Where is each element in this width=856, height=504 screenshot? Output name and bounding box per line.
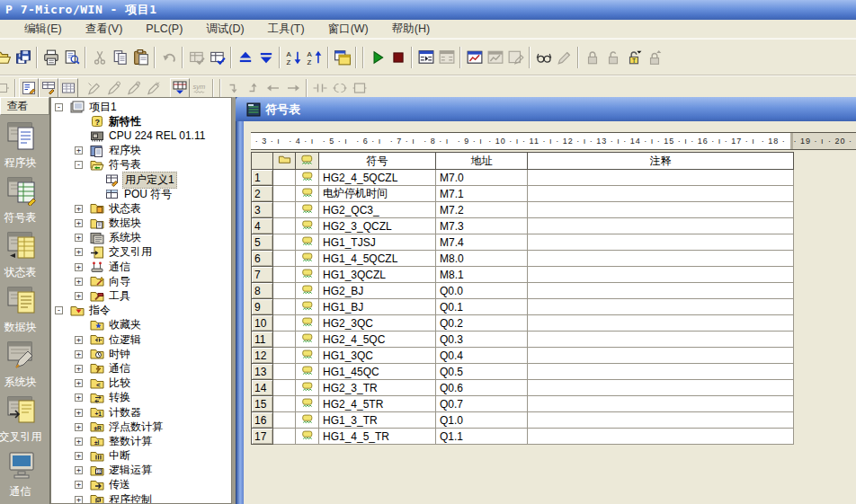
cell-symbol[interactable]: HG1_3_TR	[319, 412, 436, 429]
tree-item-clock[interactable]: +时钟	[51, 347, 231, 361]
cell-comment[interactable]	[528, 202, 794, 218]
cell-address[interactable]: Q1.0	[436, 412, 528, 429]
print-preview-button[interactable]	[61, 46, 82, 69]
cell-comment[interactable]	[528, 332, 794, 348]
symbol-window-titlebar[interactable]: 符号表	[236, 97, 856, 121]
tree-item-compare[interactable]: +<比较	[51, 376, 231, 391]
cell-symbol[interactable]: 电炉停机时间	[319, 186, 436, 202]
expand-icon[interactable]: +	[75, 205, 83, 213]
sort-ascending-button[interactable]: AZ	[283, 46, 304, 69]
row-number[interactable]: 3	[252, 202, 273, 218]
cell-symbol[interactable]: HG2_3QC	[319, 315, 436, 332]
tree-item-cross-reference[interactable]: +交叉引用	[51, 245, 231, 260]
cell-symbol[interactable]: HG1_45QC	[319, 364, 436, 380]
expand-icon[interactable]: +	[75, 278, 83, 286]
expand-icon[interactable]: +	[75, 438, 83, 446]
cell-symbol[interactable]: HG1_3QC	[319, 348, 436, 364]
sidebar-item-communications[interactable]: 通信	[0, 444, 49, 499]
copy-button[interactable]	[110, 46, 130, 69]
print-button[interactable]	[40, 46, 61, 69]
expand-icon[interactable]: +	[75, 292, 83, 300]
cell-address[interactable]: Q0.0	[436, 283, 528, 299]
row-number[interactable]: 14	[252, 380, 273, 396]
run-button[interactable]	[367, 46, 388, 69]
expand-icon[interactable]: +	[75, 452, 83, 460]
expand-icon[interactable]: +	[75, 336, 83, 344]
cell-symbol[interactable]: HG1_4_5_TR	[319, 429, 436, 445]
tree-item-favorites[interactable]: 收藏夹	[51, 318, 231, 332]
cell-symbol[interactable]: HG2_4_5QC	[319, 332, 436, 348]
line-left-button[interactable]	[263, 78, 283, 98]
tree-item-logical-operations[interactable]: +10逻辑运算	[51, 464, 231, 478]
sidebar-item-program-block[interactable]: 程序块	[0, 115, 49, 170]
cut-button[interactable]	[89, 46, 110, 69]
row-number[interactable]: 16	[252, 412, 273, 429]
expand-icon[interactable]: +	[75, 365, 83, 373]
tree-item-communications[interactable]: +通信	[51, 260, 231, 274]
row-number[interactable]: 4	[252, 218, 273, 234]
insert-network-button[interactable]	[85, 78, 104, 98]
row-number[interactable]: 12	[252, 348, 273, 364]
cell-address[interactable]: Q0.7	[436, 396, 528, 412]
expand-icon[interactable]: +	[75, 466, 83, 474]
cell-comment[interactable]	[528, 380, 794, 396]
cell-comment[interactable]	[528, 283, 794, 299]
expand-icon[interactable]: +	[75, 146, 83, 155]
cell-address[interactable]: M7.4	[436, 234, 528, 251]
tree-item-interrupt[interactable]: +中断	[51, 449, 231, 464]
cell-address[interactable]: M7.2	[436, 202, 528, 218]
symbolic-addressing-button[interactable]: sym	[190, 78, 210, 98]
cell-comment[interactable]	[528, 396, 794, 412]
cell-symbol[interactable]: HG2_QC3_	[319, 202, 436, 218]
cell-symbol[interactable]: HG2_BJ	[319, 283, 436, 299]
view-program-editor-button[interactable]	[19, 78, 39, 98]
expand-icon[interactable]: +	[75, 263, 83, 271]
tree-item-project-1[interactable]: -项目1	[51, 100, 231, 114]
expand-icon[interactable]: +	[75, 423, 83, 431]
cell-symbol[interactable]: HG1_BJ	[319, 299, 436, 315]
expand-icon[interactable]: +	[75, 219, 83, 227]
row-number[interactable]: 9	[252, 299, 273, 315]
tree-item-program-control[interactable]: +程序控制	[51, 492, 231, 504]
menu-plc[interactable]: PLC(P)	[134, 20, 194, 38]
expand-icon[interactable]: +	[75, 481, 83, 489]
menu-edit[interactable]: 编辑(E)	[13, 20, 74, 38]
cell-address[interactable]: Q0.5	[436, 364, 528, 380]
toggle-symbol-table-button[interactable]	[170, 78, 190, 98]
expand-icon[interactable]: +	[75, 350, 83, 358]
cell-address[interactable]: M7.0	[436, 170, 528, 186]
row-number[interactable]: 7	[252, 267, 273, 283]
expand-icon[interactable]: +	[75, 409, 83, 417]
force-pen-button[interactable]	[554, 46, 575, 69]
stop-button[interactable]	[388, 46, 408, 69]
tree-item-wizards[interactable]: +向导	[51, 274, 231, 288]
undo-button[interactable]	[158, 46, 179, 69]
cell-address[interactable]: Q0.6	[436, 380, 528, 396]
coil-button[interactable]	[330, 78, 350, 98]
tree-item-integer-math[interactable]: +±I整数计算	[51, 434, 231, 448]
menu-tools[interactable]: 工具(T)	[256, 20, 317, 38]
cell-address[interactable]: Q0.2	[436, 315, 528, 332]
branch-up-button[interactable]	[244, 78, 263, 98]
cell-symbol[interactable]: HG1_3QCZL	[319, 267, 436, 283]
expand-icon[interactable]: +	[75, 248, 83, 256]
tree-item-bit-logic[interactable]: +位逻辑	[51, 332, 231, 347]
cell-address[interactable]: Q1.1	[436, 429, 528, 445]
tree-item-data-block[interactable]: +数据块	[51, 217, 231, 231]
row-number[interactable]: 11	[252, 332, 273, 348]
cell-comment[interactable]	[528, 186, 794, 202]
row-number[interactable]: 15	[252, 396, 273, 412]
cell-comment[interactable]	[528, 364, 794, 380]
compile-button[interactable]	[186, 46, 207, 69]
cell-address[interactable]: Q0.1	[436, 299, 528, 315]
collapse-icon[interactable]: -	[55, 306, 63, 314]
cell-address[interactable]: Q0.4	[436, 348, 528, 364]
expand-icon[interactable]: +	[75, 234, 83, 242]
compile-all-button[interactable]	[207, 46, 227, 69]
view-symbol-editor-button[interactable]	[39, 78, 58, 98]
box-partial-button[interactable]	[0, 78, 12, 98]
cell-address[interactable]: M7.3	[436, 218, 528, 234]
tree-item-status-chart[interactable]: +状态表	[51, 201, 231, 216]
delete-branch-button[interactable]	[124, 78, 144, 98]
cell-symbol[interactable]: HG2_4_5QCZL	[319, 170, 436, 186]
